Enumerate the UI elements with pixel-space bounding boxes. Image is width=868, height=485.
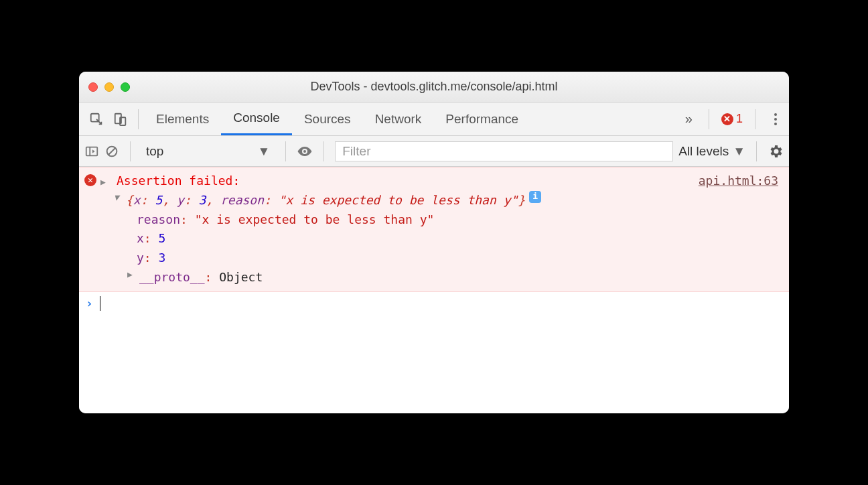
tab-console[interactable]: Console <box>221 102 292 135</box>
console-output: ✕ ▶Assertion failed: api.html:63 ▼ {x: 5… <box>79 167 789 413</box>
window-title: DevTools - devtools.glitch.me/console/ap… <box>79 80 789 94</box>
error-count: 1 <box>736 112 743 126</box>
inspect-element-icon[interactable] <box>84 107 108 131</box>
separator <box>323 141 324 161</box>
separator <box>130 141 131 161</box>
live-expression-icon[interactable] <box>297 143 313 159</box>
object-preview-row[interactable]: ▼ {x: 5, y: 3, reason: "x is expected to… <box>84 191 789 210</box>
panel-tabs: Elements Console Sources Network Perform… <box>144 102 530 135</box>
dropdown-caret-icon: ▼ <box>733 144 745 159</box>
property-row[interactable]: reason: "x is expected to be less than y… <box>84 210 789 230</box>
svg-line-7 <box>108 147 115 154</box>
error-icon: ✕ <box>84 174 96 186</box>
context-value: top <box>146 144 163 159</box>
property-row[interactable]: y: 3 <box>84 249 789 268</box>
text-cursor <box>100 296 100 311</box>
expand-arrow-icon[interactable]: ▶ <box>127 268 137 282</box>
titlebar: DevTools - devtools.glitch.me/console/ap… <box>79 72 789 102</box>
log-levels-selector[interactable]: All levels ▼ <box>678 144 745 159</box>
toggle-sidebar-icon[interactable] <box>84 144 99 159</box>
tab-performance[interactable]: Performance <box>433 102 530 135</box>
more-tabs-icon[interactable]: » <box>681 111 697 127</box>
settings-menu-icon[interactable] <box>768 109 784 129</box>
error-header-row[interactable]: ✕ ▶Assertion failed: api.html:63 <box>84 171 789 191</box>
levels-label: All levels <box>678 144 729 159</box>
svg-rect-3 <box>86 147 98 155</box>
console-settings-icon[interactable] <box>768 143 784 159</box>
filter-input[interactable] <box>335 141 673 161</box>
svg-marker-5 <box>92 149 95 153</box>
separator <box>756 141 757 161</box>
expand-arrow-icon[interactable]: ▶ <box>100 176 110 190</box>
separator <box>709 109 709 129</box>
proto-row[interactable]: ▶__proto__: Object <box>84 268 789 287</box>
panel-tabbar: Elements Console Sources Network Perform… <box>79 102 789 136</box>
info-badge-icon[interactable]: i <box>529 191 541 203</box>
object-preview: {x: 5, y: 3, reason: "x is expected to b… <box>126 191 525 210</box>
dropdown-caret-icon: ▼ <box>257 144 270 159</box>
devtools-window: DevTools - devtools.glitch.me/console/ap… <box>79 72 789 413</box>
context-selector[interactable]: top ▼ <box>141 142 275 161</box>
clear-console-icon[interactable] <box>104 144 119 159</box>
error-count-badge[interactable]: ✕ 1 <box>721 112 743 126</box>
console-prompt[interactable]: › <box>79 292 789 315</box>
separator <box>755 109 755 129</box>
tab-sources[interactable]: Sources <box>292 102 363 135</box>
device-toolbar-icon[interactable] <box>108 107 133 131</box>
error-icon: ✕ <box>721 113 733 125</box>
property-row[interactable]: x: 5 <box>84 229 789 249</box>
console-toolbar: top ▼ All levels ▼ <box>79 136 789 167</box>
tab-network[interactable]: Network <box>363 102 434 135</box>
tab-elements[interactable]: Elements <box>144 102 221 135</box>
console-error-message: ✕ ▶Assertion failed: api.html:63 ▼ {x: 5… <box>79 167 789 292</box>
separator <box>138 109 139 129</box>
error-text: Assertion failed: <box>117 174 240 188</box>
source-link[interactable]: api.html:63 <box>699 171 778 191</box>
prompt-caret-icon: › <box>86 296 93 310</box>
separator <box>285 141 286 161</box>
collapse-arrow-icon[interactable]: ▼ <box>114 191 123 205</box>
